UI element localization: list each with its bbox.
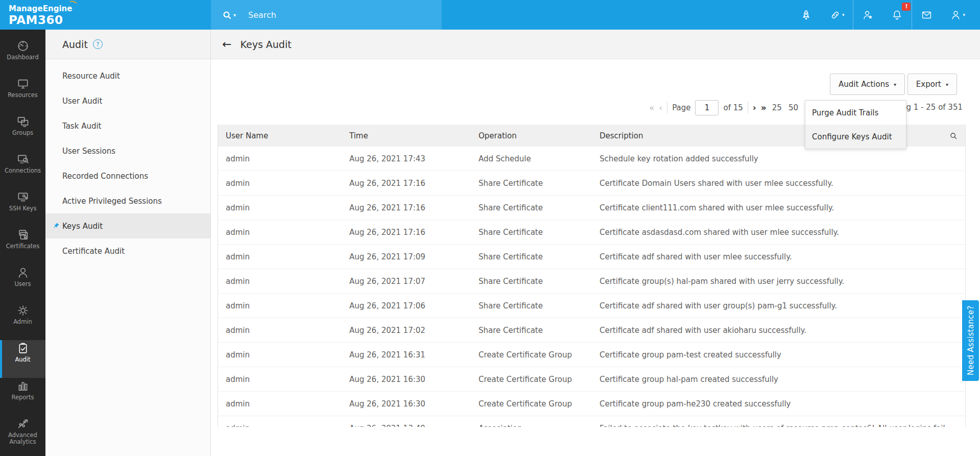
link-icon [829, 9, 841, 21]
cell-user-name: admin [218, 350, 342, 359]
resource-audit-menu-item[interactable]: Resource Audit [45, 63, 210, 88]
task-audit-menu-item[interactable]: Task Audit [45, 113, 210, 138]
audit-actions-menu: Purge Audit Trails Configure Keys Audit [805, 100, 906, 149]
table-row: admin Aug 26, 2021 17:02 Share Certifica… [218, 318, 965, 343]
menu-item-label: User Sessions [62, 147, 115, 156]
prev-page-button[interactable]: ‹ [659, 104, 662, 112]
global-search-input[interactable]: ▾ Search [211, 0, 442, 30]
link-button[interactable]: ▾ [821, 0, 853, 30]
ssh-keys-icon [16, 190, 30, 204]
audit-actions-button[interactable]: Audit Actions ▾ [830, 74, 905, 95]
audit-menu-sidebar: Audit ? Resource Audit User Audit Task A… [45, 30, 211, 456]
resources-sidebar-item[interactable]: Resources [0, 76, 45, 113]
user-star-icon [862, 9, 874, 21]
next-page-button[interactable]: › [753, 104, 756, 112]
rocket-button[interactable] [792, 0, 821, 30]
cell-operation: Share Certificate [471, 252, 592, 261]
caret-down-icon: ▾ [963, 12, 965, 17]
groups-sidebar-item[interactable]: Groups [0, 113, 45, 151]
cell-description: Certificate asdasdasd.com shared with us… [592, 228, 965, 237]
back-arrow-icon[interactable]: ← [222, 39, 231, 50]
page-header: ← Keys Audit [211, 30, 980, 59]
cell-time: Aug 26, 2021 17:09 [342, 252, 471, 261]
audit-menu-header: Audit ? [45, 30, 210, 59]
page-size-option[interactable]: 50 [787, 103, 799, 112]
cell-user-name: admin [218, 326, 342, 335]
audit-sidebar-item[interactable]: Audit [0, 340, 45, 378]
sidebar-item-label: Connections [4, 167, 42, 174]
reports-sidebar-item[interactable]: Reports [0, 378, 45, 416]
users-icon [16, 266, 30, 279]
user-star-button[interactable] [853, 0, 882, 30]
bell-button[interactable]: ! [882, 0, 912, 30]
help-icon[interactable]: ? [93, 39, 103, 49]
user-audit-menu-item[interactable]: User Audit [45, 88, 210, 113]
certificates-sidebar-item[interactable]: Certificates [0, 227, 45, 265]
user-button[interactable]: ▾ [941, 0, 974, 30]
last-page-button[interactable]: » [761, 104, 767, 112]
configure-keys-audit-menu-item[interactable]: Configure Keys Audit [805, 125, 906, 149]
cell-time: Aug 26, 2021 16:30 [342, 375, 471, 384]
certificates-icon [16, 228, 30, 242]
cell-operation: Share Certificate [471, 179, 592, 188]
user-sessions-menu-item[interactable]: User Sessions [45, 138, 210, 163]
audit-menu-list: Resource Audit User Audit Task Audit Use… [45, 59, 210, 263]
menu-item-label: Configure Keys Audit [812, 132, 892, 141]
cell-description: Failed to associate the key testkey with… [592, 424, 965, 427]
table-search-icon[interactable] [949, 131, 958, 140]
admin-sidebar-item[interactable]: Admin [0, 302, 45, 340]
page-number-input[interactable] [695, 100, 719, 115]
table-row: admin Aug 26, 2021 17:06 Share Certifica… [218, 294, 965, 318]
search-placeholder: Search [248, 10, 276, 20]
sidebar-item-label: Users [13, 281, 32, 287]
cell-description: Schedule key rotation added successfully [592, 154, 965, 163]
sidebar-item-label: Certificates [5, 243, 41, 250]
first-page-button[interactable]: « [649, 104, 654, 112]
page-size-option[interactable]: 25 [771, 103, 783, 112]
active-privileged-sessions-menu-item[interactable]: Active Privileged Sessions [45, 188, 210, 213]
page-label: Page [672, 103, 690, 112]
bar-chart-icon [16, 379, 30, 393]
cell-time: Aug 26, 2021 16:30 [342, 399, 471, 409]
purge-audit-trails-menu-item[interactable]: Purge Audit Trails [805, 101, 906, 125]
pagination: « ‹ Page of 15 › » 2550 [649, 98, 799, 118]
cell-time: Aug 26, 2021 17:06 [342, 301, 471, 310]
export-button[interactable]: Export ▾ [907, 74, 957, 95]
cell-user-name: admin [218, 301, 342, 310]
cell-description: Certificate client111.com shared with us… [592, 203, 965, 212]
brand-product: PAM360 [9, 13, 72, 27]
cell-user-name: admin [218, 399, 342, 409]
menu-item-label: Active Privileged Sessions [62, 197, 162, 206]
certificate-audit-menu-item[interactable]: Certificate Audit [45, 238, 210, 263]
main-content: ← Keys Audit Audit Actions ▾ Export ▾ « … [211, 30, 980, 456]
cell-time: Aug 26, 2021 17:02 [342, 326, 471, 335]
table-row: admin Aug 26, 2021 17:07 Share Certifica… [218, 269, 965, 294]
cell-operation: Share Certificate [471, 301, 592, 310]
connections-sidebar-item[interactable]: Connections [0, 151, 45, 189]
table-row: admin Aug 26, 2021 16:31 Create Certific… [218, 343, 965, 367]
table-row: admin Aug 26, 2021 17:16 Share Certifica… [218, 220, 965, 245]
cell-time: Aug 26, 2021 17:16 [342, 203, 471, 212]
users-sidebar-item[interactable]: Users [0, 265, 45, 302]
table-row: admin Aug 26, 2021 16:30 Create Certific… [218, 367, 965, 392]
cell-description: Certificate adf shared with user akiohar… [592, 326, 965, 335]
sidebar-item-label: Resources [7, 92, 39, 99]
cell-operation: Share Certificate [471, 326, 592, 335]
divider [667, 102, 667, 114]
table-row: admin Aug 26, 2021 16:30 Create Certific… [218, 392, 965, 416]
keys-audit-menu-item[interactable]: Keys Audit [45, 213, 210, 238]
dashboard-sidebar-item[interactable]: Dashboard [0, 38, 45, 76]
table-row: admin Aug 26, 2021 17:09 Share Certifica… [218, 245, 965, 269]
cell-description: Certificate adf shared with user group(s… [592, 301, 965, 310]
caret-down-icon: ▾ [894, 82, 896, 87]
caret-down-icon: ▾ [233, 12, 236, 18]
advanced-analytics-sidebar-item[interactable]: Advanced Analytics [0, 416, 45, 453]
ssh-keys-sidebar-item[interactable]: SSH Keys [0, 189, 45, 227]
recorded-connections-menu-item[interactable]: Recorded Connections [45, 163, 210, 188]
cell-operation: Create Certificate Group [471, 399, 592, 409]
menu-item-label: Task Audit [62, 122, 101, 131]
gauge-icon [16, 39, 30, 53]
envelope-button[interactable] [912, 0, 941, 30]
menu-item-label: Resource Audit [62, 71, 120, 81]
need-assistance-tab[interactable]: Need Assistance? [962, 300, 979, 381]
